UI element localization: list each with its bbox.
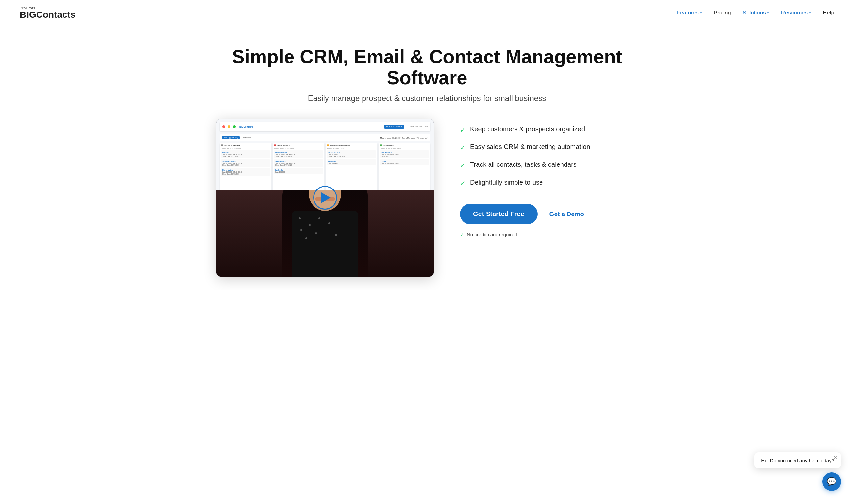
no-cc-notice: ✓ No credit card required.: [460, 231, 638, 237]
header: ProProfs BIGContacts Features ▾ Pricing …: [0, 0, 854, 26]
feature-item-1: ✓ Keep customers & prospects organized: [460, 125, 638, 134]
crm-brand-label: BIGContacts: [239, 126, 253, 128]
video-thumbnail[interactable]: BIGContacts ✦ Add Contacts (303) 776-776…: [216, 119, 434, 277]
check-icon-nocc: ✓: [460, 232, 464, 237]
feature-item-4: ✓ Delightfully simple to use: [460, 179, 638, 187]
feature-item-3: ✓ Track all contacts, tasks & calendars: [460, 161, 638, 169]
nav-help[interactable]: Help: [823, 10, 834, 16]
window-dot-green: [233, 125, 236, 128]
window-dot-yellow: [228, 125, 230, 128]
logo-big: BIGContacts: [20, 10, 76, 20]
chevron-down-icon-2: ▾: [767, 11, 769, 15]
chevron-down-icon-3: ▾: [809, 11, 811, 15]
crm-toolbar-mockup: Add Opportunity Customize May 1 - June 3…: [220, 134, 430, 141]
crm-card: Emilio S.Opp: $650.00: [274, 168, 323, 174]
cta-row: Get Started Free Get a Demo →: [460, 204, 638, 224]
window-dot-red: [222, 125, 225, 128]
check-icon-1: ✓: [460, 126, 466, 134]
hero-section: Simple CRM, Email & Contact Management S…: [197, 26, 657, 290]
logo-bigcontacts: BIGContacts: [20, 10, 76, 20]
nav-pricing[interactable]: Pricing: [714, 10, 731, 16]
check-icon-3: ✓: [460, 162, 466, 169]
crm-card: James AldersonOpp: $325.00 DIP: 4 DIS: 4…: [221, 159, 270, 167]
add-contacts-btn-mockup: ✦ Add Contacts: [384, 125, 404, 129]
crm-card: Emilio Te...Opp: $714.00: [327, 159, 376, 165]
check-icon-2: ✓: [460, 144, 466, 152]
chevron-down-icon: ▾: [700, 11, 702, 15]
hero-subtitle: Easily manage prospect & customer relati…: [216, 94, 638, 103]
crm-card: Scott EvansOpp: $325.00 DIP: 4 DIS: 4Clo…: [274, 159, 323, 167]
crm-card: Glenn MathcOpp: $325.00 DIP: 3 DIS: 3Clo…: [221, 168, 270, 176]
crm-card: Nico LaCorciaOpp: $325.00Close Date: 06/…: [327, 150, 376, 158]
main-nav: Features ▾ Pricing Solutions ▾ Resources…: [677, 10, 834, 16]
crm-card: Emilio Test (3)Opp: $325.00 DIP: 4 DIS: …: [274, 150, 323, 158]
logo[interactable]: ProProfs BIGContacts: [20, 6, 76, 20]
get-demo-link[interactable]: Get a Demo →: [549, 211, 592, 218]
nav-resources[interactable]: Resources ▾: [781, 10, 811, 16]
hero-title: Simple CRM, Email & Contact Management S…: [216, 46, 638, 88]
play-button[interactable]: [313, 186, 337, 210]
hero-right-content: ✓ Keep customers & prospects organized ✓…: [460, 119, 638, 237]
get-started-button[interactable]: Get Started Free: [460, 204, 538, 224]
crm-card: Test 123Opp: $325.00 DIP: 4 DIS: 4Close …: [221, 150, 270, 158]
hero-content: BIGContacts ✦ Add Contacts (303) 776-776…: [216, 119, 638, 277]
person-body: [292, 211, 358, 277]
crm-card: nes AldersonOpp: $325.00 DIP: 0 DIS: 05/…: [380, 150, 429, 158]
check-icon-4: ✓: [460, 179, 466, 187]
nav-solutions[interactable]: Solutions ▾: [743, 10, 769, 16]
crm-card: ...athicOpp: $325.00 DIP: 0 DIS: 0: [380, 159, 429, 165]
play-icon: [322, 193, 331, 203]
nav-features[interactable]: Features ▾: [677, 10, 702, 16]
feature-list: ✓ Keep customers & prospects organized ✓…: [460, 125, 638, 187]
feature-item-2: ✓ Easy sales CRM & marketing automation: [460, 143, 638, 152]
